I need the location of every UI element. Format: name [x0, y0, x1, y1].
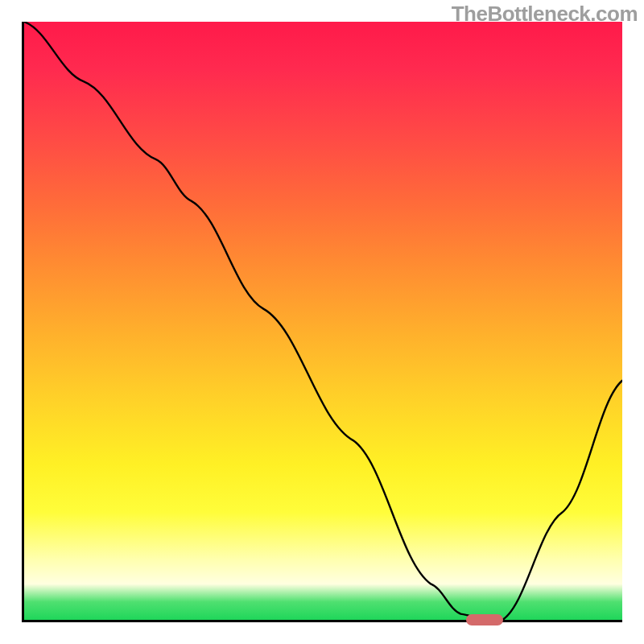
- curve-path: [24, 22, 622, 620]
- optimal-range-marker: [466, 614, 503, 625]
- plot-area: [22, 22, 622, 622]
- chart-container: TheBottleneck.com: [0, 0, 644, 644]
- bottleneck-curve: [24, 22, 622, 620]
